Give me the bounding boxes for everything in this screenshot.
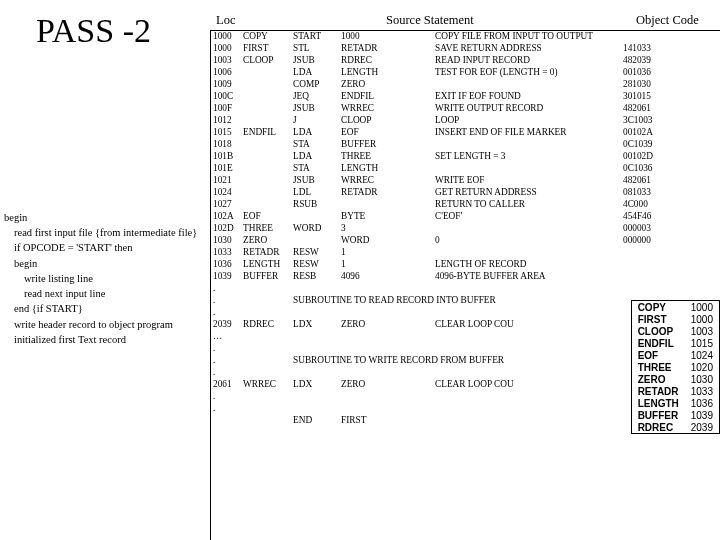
listing-row: . <box>211 283 669 295</box>
symbol-row: ENDFIL1015 <box>632 337 719 349</box>
listing-row: ENDFIRST <box>211 415 669 427</box>
listing-row: 1030ZEROWORD0000000 <box>211 235 669 247</box>
pseudocode-line: read next input line <box>4 286 197 301</box>
symbol-row: THREE1020 <box>632 361 719 373</box>
listing-row: 2061WRRECLDXZEROCLEAR LOOP COU <box>211 379 669 391</box>
header-object: Object Code <box>636 13 699 28</box>
symbol-row: BUFFER1039 <box>632 409 719 421</box>
listing-row: 101ESTALENGTH0C1036 <box>211 163 669 175</box>
pseudocode-line: if OPCODE = 'START' then <box>4 240 197 255</box>
listing-row: .SUBROUTINE TO READ RECORD INTO BUFFER <box>211 295 669 307</box>
listing-row: 1000FIRSTSTLRETADRSAVE RETURN ADDRESS141… <box>211 43 669 55</box>
pseudocode-line: begin <box>4 210 197 225</box>
listing-row: 100CJEQENDFILEXIT IF EOF FOUND301015 <box>211 91 669 103</box>
listing-row: 1018STABUFFER0C1039 <box>211 139 669 151</box>
listing-row: … <box>211 331 669 343</box>
listing-row: 1000COPYSTART1000COPY FILE FROM INPUT TO… <box>211 31 669 43</box>
listing-row: 1036LENGTHRESW1LENGTH OF RECORD <box>211 259 669 271</box>
listing-row: 1006LDALENGTHTEST FOR EOF (LENGTH = 0)00… <box>211 67 669 79</box>
listing-row: . <box>211 403 669 415</box>
pseudocode-block: beginread first input file {from interme… <box>4 210 197 347</box>
listing-row: 101BLDATHREESET LENGTH = 300102D <box>211 151 669 163</box>
listing-row: 2039RDRECLDXZEROCLEAR LOOP COU <box>211 319 669 331</box>
symbol-row: EOF1024 <box>632 349 719 361</box>
symbol-row: LENGTH1036 <box>632 397 719 409</box>
page-title: PASS -2 <box>36 12 151 50</box>
listing-row: 1027RSUBRETURN TO CALLER4C000 <box>211 199 669 211</box>
listing-row: 102AEOFBYTEC'EOF'454F46 <box>211 211 669 223</box>
listing-row: 1039BUFFERRESB40964096-BYTE BUFFER AREA <box>211 271 669 283</box>
assembly-listing: 1000COPYSTART1000COPY FILE FROM INPUT TO… <box>210 30 720 540</box>
pseudocode-line: write listing line <box>4 271 197 286</box>
listing-row: 100FJSUBWRRECWRITE OUTPUT RECORD482061 <box>211 103 669 115</box>
symbol-row: ZERO1030 <box>632 373 719 385</box>
comment-line: SUBROUTINE TO READ RECORD INTO BUFFER <box>291 295 669 307</box>
pseudocode-line: end {if START} <box>4 301 197 316</box>
pseudocode-line: write header record to object program <box>4 317 197 332</box>
listing-row: 1024LDLRETADRGET RETURN ADDRESS081033 <box>211 187 669 199</box>
symbol-table: COPY1000FIRST1000CLOOP1003ENDFIL1015EOF1… <box>631 300 720 434</box>
symbol-row: COPY1000 <box>632 301 719 313</box>
header-loc: Loc <box>216 13 235 28</box>
listing-row: 1021JSUBWRRECWRITE EOF482061 <box>211 175 669 187</box>
listing-row: 1033RETADRRESW1 <box>211 247 669 259</box>
listing-row: . <box>211 343 669 355</box>
pseudocode-line: begin <box>4 256 197 271</box>
listing-row: .SUBROUTINE TO WRITE RECORD FROM BUFFER <box>211 355 669 367</box>
pseudocode-line: initialized first Text record <box>4 332 197 347</box>
symbol-row: RDREC2039 <box>632 421 719 433</box>
listing-row: 1003CLOOPJSUBRDRECREAD INPUT RECORD48203… <box>211 55 669 67</box>
pseudocode-line: read first input file {from intermediate… <box>4 225 197 240</box>
listing-row: . <box>211 307 669 319</box>
listing-row: 1012JCLOOPLOOP3C1003 <box>211 115 669 127</box>
listing-row: . <box>211 391 669 403</box>
comment-line: SUBROUTINE TO WRITE RECORD FROM BUFFER <box>291 355 669 367</box>
symbol-row: FIRST1000 <box>632 313 719 325</box>
listing-row: . <box>211 367 669 379</box>
header-source: Source Statement <box>386 13 474 28</box>
symbol-row: RETADR1033 <box>632 385 719 397</box>
listing-row: 1009COMPZERO281030 <box>211 79 669 91</box>
listing-row: 102DTHREEWORD3000003 <box>211 223 669 235</box>
listing-row: 1015ENDFILLDAEOFINSERT END OF FILE MARKE… <box>211 127 669 139</box>
symbol-row: CLOOP1003 <box>632 325 719 337</box>
